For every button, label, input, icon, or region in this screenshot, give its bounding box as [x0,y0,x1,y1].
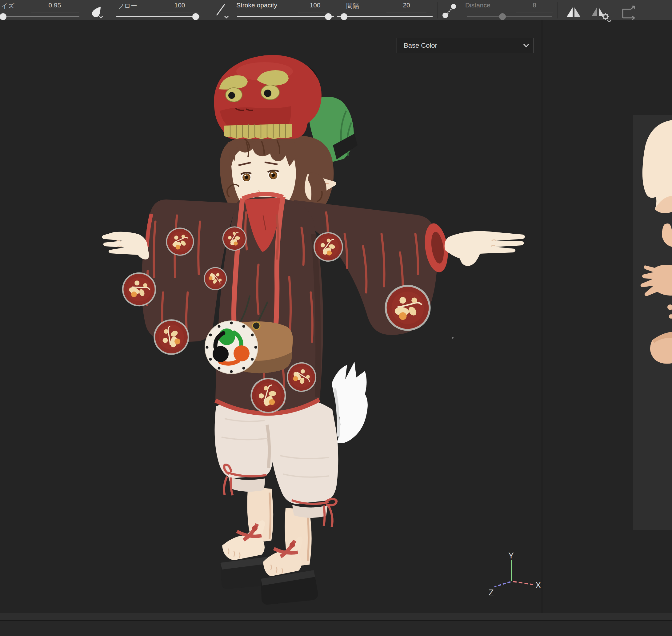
stroke-opacity-value: 100 [298,2,332,9]
stroke-type-icon[interactable] [215,3,232,19]
hand-left [102,232,149,259]
size-value-underline [31,13,79,13]
flow-value: 100 [160,2,199,9]
spacing-slider-track[interactable] [337,16,433,17]
uv-transform-icon[interactable] [620,5,637,20]
brush-settings-toolbar: イズ 0.95 フロー 100 Stroke opacity 100 [0,0,672,20]
mirror-symmetry-icon[interactable] [566,7,582,18]
drum-fitting [252,322,260,330]
axis-z [494,582,510,587]
hand-right [445,231,525,266]
distance-value-underline [516,13,553,13]
foot-left [222,520,265,560]
stroke-opacity-label: Stroke opacity [236,2,277,9]
axis-x-label: X [535,581,541,590]
eye-left [241,172,251,182]
chevron-down-icon [523,43,529,48]
pants-ruffle-right [292,505,328,518]
pants-ruffle-left [228,477,265,492]
drum-face [205,321,258,374]
brush-tip-icon[interactable] [90,5,104,19]
uv-2d-view-panel[interactable] [633,115,672,530]
size-slider-knob[interactable] [0,13,6,20]
uv-shell-hand [640,265,672,296]
stroke-type-chevron-icon [225,16,228,18]
distance-slider-track[interactable] [467,16,552,17]
flow-slider-track[interactable] [116,16,199,17]
lion-mask-hat [214,55,322,139]
channel-selector-dropdown[interactable]: Base Color [396,38,534,53]
axis-x [513,581,533,584]
layer-label: エルフ [3,633,32,636]
distance-label: Distance [465,2,490,9]
size-label: イズ [1,2,15,10]
dust-speck [452,337,453,339]
brush-tip-chevron-icon [99,16,103,18]
toolbar-separator [437,2,437,18]
uv-shell-ear [662,223,672,247]
axis-z-label: Z [489,588,494,597]
spacing-value: 20 [386,2,426,9]
mirror-settings-chevron-icon [607,20,611,22]
eye-right [268,170,279,179]
distance-value: 8 [516,2,553,9]
spacing-value-underline [386,13,426,13]
stroke-opacity-slider-track[interactable] [237,16,334,17]
axis-y-label: Y [508,551,514,560]
viewport-bottom-strip [0,613,672,620]
texture-paint-app: イズ 0.95 フロー 100 Stroke opacity 100 [0,0,672,636]
scatter-icon[interactable] [441,2,458,19]
flow-slider-knob[interactable] [192,13,199,20]
size-slider-track[interactable] [0,16,79,17]
flow-label: フロー [118,2,137,10]
flow-value-underline [160,13,199,13]
mirror-settings-icon[interactable] [591,7,613,22]
channel-selector-value: Base Color [404,38,437,53]
size-value: 0.95 [31,2,79,9]
gear-icon [602,13,609,20]
distance-slider-knob[interactable] [499,13,506,20]
spacing-slider-knob[interactable] [341,13,347,20]
stroke-opacity-slider-knob[interactable] [325,13,332,20]
spacing-label: 間隔 [346,2,359,10]
mask-teeth-fringe [224,124,292,139]
axis-gizmo[interactable]: Y X Z [489,551,541,597]
foot-right [263,537,303,576]
character-model: Y X Z [0,20,672,613]
layers-panel: エルフ [0,621,672,636]
tail [332,362,368,443]
uv-shells [633,115,672,530]
toolbar-separator [557,2,557,18]
